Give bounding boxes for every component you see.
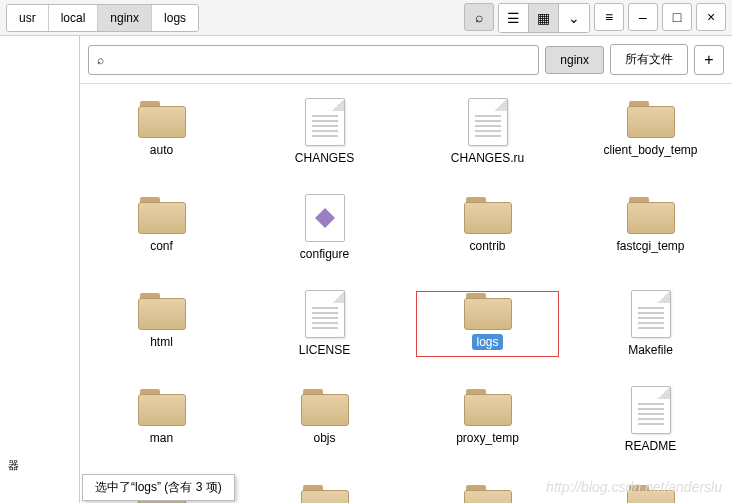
folder-icon [627,194,675,234]
item-label: CHANGES [291,150,358,166]
breadcrumb-nginx[interactable]: nginx [98,5,152,31]
file-item-html[interactable]: html [85,286,238,362]
file-item-contrib[interactable]: contrib [411,190,564,266]
grid-view-button[interactable]: ▦ [529,4,559,32]
grid-icon: ▦ [537,10,550,26]
file-item-uwsgi-temp[interactable]: uwsgi_temp [574,478,727,503]
item-label: logs [472,334,502,350]
file-item-configure[interactable]: configure [248,190,401,266]
file-item-proxy-temp[interactable]: proxy_temp [411,382,564,458]
hamburger-icon: ≡ [605,9,613,25]
breadcrumb-usr[interactable]: usr [7,5,49,31]
file-icon [468,98,508,146]
item-label: proxy_temp [452,430,523,446]
add-filter-button[interactable]: + [694,45,724,75]
folder-icon [464,290,512,330]
file-item-LICENSE[interactable]: LICENSE [248,286,401,362]
file-item-client-body-temp[interactable]: client_body_temp [574,94,727,170]
folder-icon [627,98,675,138]
menu-button[interactable]: ≡ [594,3,624,31]
file-item-fastcgi-temp[interactable]: fastcgi_temp [574,190,727,266]
view-options-button[interactable]: ⌄ [559,4,589,32]
file-item-auto[interactable]: auto [85,94,238,170]
file-item-conf[interactable]: conf [85,190,238,266]
file-item-logs[interactable]: logs [411,286,564,362]
breadcrumb-logs[interactable]: logs [152,5,198,31]
file-item-man[interactable]: man [85,382,238,458]
folder-icon [138,290,186,330]
list-icon: ☰ [507,10,520,26]
search-icon: ⌕ [475,9,483,25]
toolbar: usr local nginx logs ⌕ ☰ ▦ ⌄ ≡ – □ × [0,0,732,36]
item-label: client_body_temp [599,142,701,158]
item-label: man [146,430,177,446]
folder-icon [138,98,186,138]
chevron-down-icon: ⌄ [568,10,580,26]
search-input[interactable] [104,53,530,67]
item-label: README [621,438,680,454]
item-label: CHANGES.ru [447,150,528,166]
file-item-Makefile[interactable]: Makefile [574,286,727,362]
file-item-objs[interactable]: objs [248,382,401,458]
folder-icon [464,194,512,234]
item-label: LICENSE [295,342,354,358]
sidebar: 器 [0,36,80,503]
filter-location-button[interactable]: nginx [545,46,604,74]
file-item-CHANGES-ru[interactable]: CHANGES.ru [411,94,564,170]
breadcrumb: usr local nginx logs [6,4,199,32]
status-bar: 选中了“logs” (含有 3 项) [82,474,235,501]
close-button[interactable]: × [696,3,726,31]
item-label: conf [146,238,177,254]
breadcrumb-local[interactable]: local [49,5,99,31]
file-item-src[interactable]: src [411,478,564,503]
search-bar: ⌕ nginx 所有文件 + [80,36,732,84]
file-item-scgi-temp[interactable]: scgi_temp [248,478,401,503]
script-icon [305,194,345,242]
item-label: Makefile [624,342,677,358]
file-icon [305,290,345,338]
minimize-button[interactable]: – [628,3,658,31]
file-icon [631,290,671,338]
item-label: auto [146,142,177,158]
file-item-CHANGES[interactable]: CHANGES [248,94,401,170]
folder-icon [627,482,675,503]
item-label: objs [309,430,339,446]
file-grid[interactable]: autoCHANGESCHANGES.ruclient_body_tempcon… [80,84,732,503]
folder-icon [301,386,349,426]
folder-icon [464,386,512,426]
item-label: html [146,334,177,350]
sidebar-label: 器 [8,458,19,473]
file-item-README[interactable]: README [574,382,727,458]
item-label: configure [296,246,353,262]
folder-icon [301,482,349,503]
list-view-button[interactable]: ☰ [499,4,529,32]
search-toggle-button[interactable]: ⌕ [464,3,494,31]
maximize-button[interactable]: □ [662,3,692,31]
folder-icon [138,194,186,234]
item-label: contrib [465,238,509,254]
search-icon: ⌕ [97,53,104,67]
filter-type-button[interactable]: 所有文件 [610,44,688,75]
file-icon [631,386,671,434]
folder-icon [138,386,186,426]
folder-icon [464,482,512,503]
item-label: fastcgi_temp [612,238,688,254]
file-icon [305,98,345,146]
